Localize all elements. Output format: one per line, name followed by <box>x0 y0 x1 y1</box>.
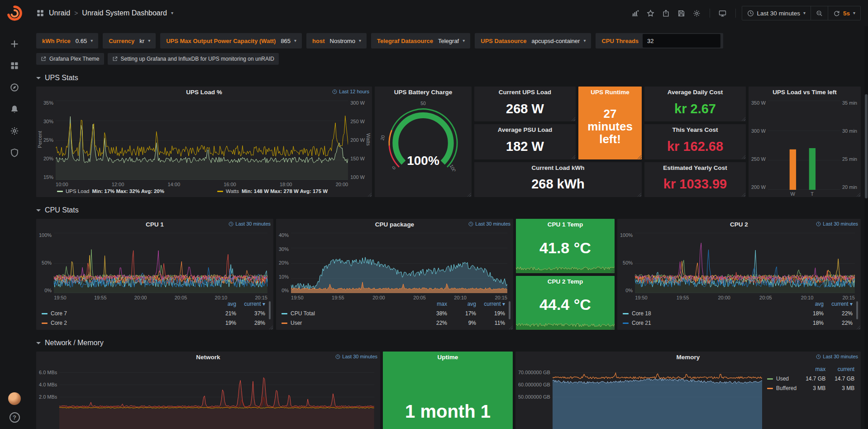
legend-column-header[interactable]: avg <box>207 301 236 307</box>
variable-value[interactable]: Telegraf▾ <box>437 38 468 44</box>
legend-column-header[interactable]: current ▾ <box>236 301 265 307</box>
panel-cpu-1-temp: CPU 1 Temp 41.8 °C <box>516 219 615 273</box>
time-range-picker[interactable]: Last 30 minutes ▾ <box>742 6 811 20</box>
plot-area[interactable] <box>553 366 762 429</box>
panel-title[interactable]: CPU 1 Temp <box>516 219 615 230</box>
panel-title[interactable]: Current UPS Load <box>474 87 576 98</box>
add-panel-button[interactable] <box>629 6 642 20</box>
dashboard-link[interactable]: Setting up Grafana and InfluxDB for UPS … <box>108 53 279 65</box>
plot-area[interactable] <box>635 233 855 293</box>
mark-favorite-star-button[interactable] <box>644 6 658 20</box>
server-admin-shield-icon[interactable] <box>5 144 24 161</box>
variable-value[interactable]: kr▾ <box>138 38 154 44</box>
row-header-network-memory[interactable]: Network / Memory <box>36 334 861 352</box>
legend-column-header[interactable]: avg <box>795 301 824 307</box>
alerting-bell-icon[interactable] <box>5 101 24 118</box>
legend-series-name[interactable]: Buffered <box>767 386 796 391</box>
legend-scrollbar[interactable] <box>269 301 271 319</box>
panel-title[interactable]: This Years Cost <box>644 124 746 135</box>
panel-title[interactable]: CPU package Last 30 minutes <box>276 219 513 230</box>
variable-value[interactable]: apcupsd-container▾ <box>530 38 589 44</box>
panel-title[interactable]: Current Load kWh <box>474 162 642 174</box>
page-scrollbar-thumb[interactable] <box>865 94 868 198</box>
variable-ups-datasource[interactable]: UPS Datasourceapcupsd-container▾ <box>475 33 591 48</box>
panel-time-range[interactable]: Last 30 minutes <box>816 221 858 227</box>
legend-scrollbar[interactable] <box>509 301 510 319</box>
dashboard-settings-gear-button[interactable] <box>690 6 704 20</box>
panel-time-range[interactable]: Last 30 minutes <box>468 221 510 227</box>
legend-series-name[interactable]: CPU Total <box>281 311 418 316</box>
variable-value[interactable]: Nostromo▾ <box>329 38 365 44</box>
variable-value[interactable]: 865▾ <box>280 38 300 44</box>
variable-telegraf-datasource[interactable]: Telegraf DatasourceTelegraf▾ <box>371 33 470 48</box>
panel-title[interactable]: UPS Load vs Time left <box>749 87 861 98</box>
panel-title[interactable]: Average Daily Cost <box>644 87 746 98</box>
explore-compass-icon[interactable] <box>5 79 24 96</box>
legend-series-name[interactable]: User <box>281 320 418 326</box>
dashboard-link[interactable]: Grafana Plex Theme <box>36 53 104 65</box>
refresh-interval-label[interactable]: 5s <box>843 10 850 17</box>
plot-area[interactable] <box>291 233 507 293</box>
breadcrumb-page-title[interactable]: Unraid System Dashboard <box>82 9 167 17</box>
dashboard-grid-icon[interactable] <box>36 9 44 17</box>
configuration-gear-icon[interactable] <box>5 122 24 140</box>
panel-title[interactable]: CPU 2 Last 30 minutes <box>617 219 861 230</box>
panel-title[interactable]: Average PSU Load <box>474 124 576 135</box>
legend-scrollbar[interactable] <box>856 301 858 319</box>
legend-series-name[interactable]: Watts <box>226 188 239 194</box>
variable-currency[interactable]: Currencykr▾ <box>103 33 156 48</box>
zoom-out-button[interactable] <box>811 6 828 20</box>
create-plus-icon[interactable] <box>5 35 24 53</box>
variable-value[interactable]: 0.65▾ <box>75 38 96 44</box>
caret-down-icon[interactable]: ▾ <box>171 11 173 15</box>
panel-title[interactable]: Network Last 30 minutes <box>36 352 380 363</box>
panel-title[interactable]: UPS Battery Charge <box>375 87 472 98</box>
legend-item[interactable]: UPS LoadMin: 17% Max: 32% Avg: 20% <box>57 188 217 194</box>
legend-series-name[interactable]: Core 7 <box>42 311 207 316</box>
variable-ups-max-output-power-capacity-watt-[interactable]: UPS Max Output Power Capacity (Watt)865▾ <box>160 33 302 48</box>
variable-cpu-threads[interactable]: CPU Threads <box>596 33 723 48</box>
page-scrollbar[interactable] <box>864 26 868 429</box>
variable-host[interactable]: hostNostromo▾ <box>306 33 367 48</box>
panel-title[interactable]: CPU 1 Last 30 minutes <box>36 219 273 230</box>
panel-title[interactable]: UPS Load % Last 12 hours <box>36 87 372 98</box>
refresh-button[interactable]: 5s ▾ <box>828 6 860 20</box>
panel-time-range[interactable]: Last 30 minutes <box>335 354 377 359</box>
dashboards-icon[interactable] <box>5 57 24 74</box>
grafana-logo-icon[interactable] <box>6 5 23 22</box>
panel-time-range[interactable]: Last 12 hours <box>332 89 369 94</box>
panel-title[interactable]: UPS Runtime <box>578 87 642 98</box>
variable-kwh-price[interactable]: kWh Price0.65▾ <box>36 33 98 48</box>
row-header-cpu-stats[interactable]: CPU Stats <box>36 202 861 219</box>
legend-column-header[interactable]: avg <box>447 301 476 307</box>
variable-value-input[interactable] <box>643 34 720 48</box>
plot-area[interactable] <box>54 233 267 293</box>
breadcrumb-app[interactable]: Unraid <box>49 9 70 17</box>
help-icon[interactable]: ? <box>10 412 20 423</box>
legend-column-header[interactable]: max <box>796 366 825 372</box>
row-header-ups-stats[interactable]: UPS Stats <box>36 69 861 87</box>
save-dashboard-button[interactable] <box>675 6 688 20</box>
legend-column-header[interactable]: current <box>825 366 854 372</box>
cycle-view-monitor-button[interactable] <box>716 6 730 20</box>
legend-series-name[interactable]: Core 18 <box>623 311 795 316</box>
legend-column-header[interactable]: current ▾ <box>824 301 853 307</box>
plot-area[interactable] <box>56 101 348 180</box>
panel-time-range[interactable]: Last 30 minutes <box>816 354 858 359</box>
plot-area[interactable] <box>59 366 374 429</box>
legend-series-name[interactable]: Used <box>767 376 796 381</box>
legend-column-header[interactable]: max <box>418 301 447 307</box>
share-dashboard-button[interactable] <box>659 6 673 20</box>
legend-item[interactable]: WattsMin: 148 W Max: 278 W Avg: 175 W <box>217 188 328 194</box>
panel-title[interactable]: CPU 2 Temp <box>516 276 615 287</box>
user-avatar[interactable] <box>8 392 21 405</box>
panel-time-range[interactable]: Last 30 minutes <box>229 221 271 227</box>
panel-title[interactable]: Estimated Yearly Cost <box>644 162 746 174</box>
legend-series-name[interactable]: Core 21 <box>623 320 795 326</box>
panel-title[interactable]: Uptime <box>383 352 513 363</box>
legend-series-name[interactable]: Core 2 <box>42 320 207 326</box>
panel-title[interactable]: Memory Last 30 minutes <box>515 352 861 363</box>
legend-series-name[interactable]: UPS Load <box>66 188 89 194</box>
legend-column-header[interactable]: current ▾ <box>476 301 505 307</box>
plot-area[interactable] <box>768 101 840 190</box>
